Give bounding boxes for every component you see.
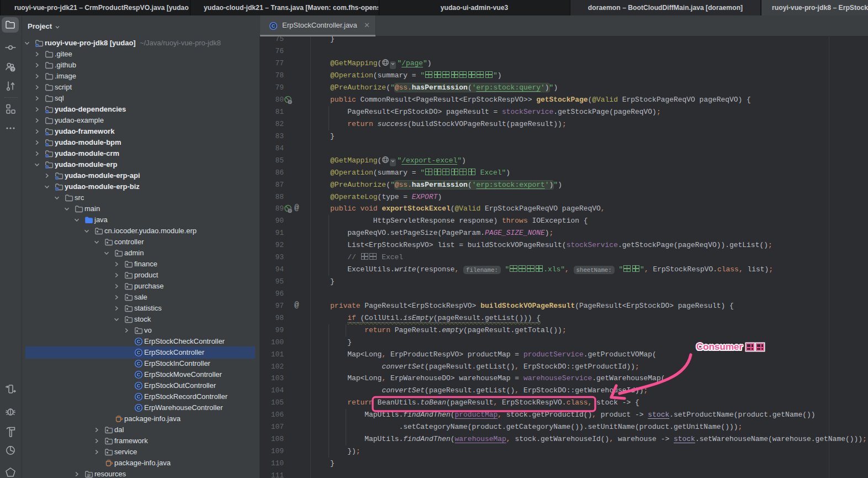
svg-text:C: C — [137, 339, 141, 344]
svg-text:C: C — [137, 383, 141, 388]
svg-text:C: C — [272, 23, 276, 29]
svg-text:C: C — [137, 372, 141, 377]
svg-text:C: C — [137, 405, 141, 411]
svg-text:C: C — [137, 350, 141, 355]
svg-text:?: ? — [12, 67, 14, 72]
svg-text:C: C — [137, 361, 141, 366]
svg-text:C: C — [137, 394, 141, 400]
